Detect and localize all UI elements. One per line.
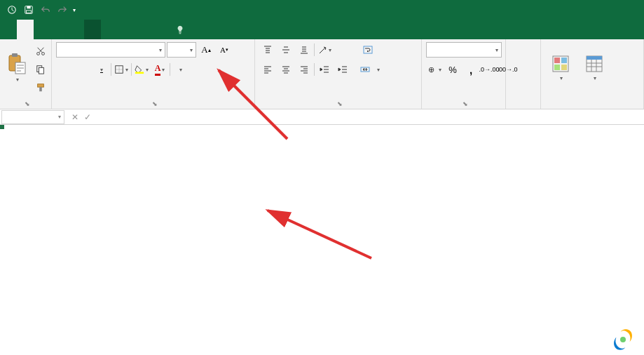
autosave-toggle[interactable] xyxy=(4,2,20,18)
font-size-combo[interactable]: ▾ xyxy=(167,42,196,58)
format-painter-button[interactable] xyxy=(32,80,49,95)
svg-rect-3 xyxy=(27,11,32,13)
group-font: ▾ ▾ A▴ A▾ ▾ ▾ ▾ A▾ ▾ ⬊ xyxy=(52,39,255,109)
decrease-font-button[interactable]: A▾ xyxy=(216,42,233,58)
font-launcher[interactable]: ⬊ xyxy=(152,100,158,107)
align-right-button[interactable] xyxy=(296,62,313,77)
quick-access-toolbar: ▾ xyxy=(0,2,76,18)
copy-button[interactable] xyxy=(32,62,49,77)
font-color-button[interactable]: A▾ xyxy=(151,62,168,77)
font-name-combo[interactable]: ▾ xyxy=(56,42,165,58)
chevron-down-icon: ▾ xyxy=(162,67,165,73)
copy-icon xyxy=(36,65,46,74)
titlebar: ▾ xyxy=(0,0,644,20)
align-center-button[interactable] xyxy=(278,62,294,77)
tab-view[interactable] xyxy=(118,20,135,39)
tab-page-layout[interactable] xyxy=(50,20,67,39)
svg-rect-22 xyxy=(561,65,567,70)
tab-review[interactable] xyxy=(101,20,118,39)
align-right-icon xyxy=(299,65,309,74)
align-center-icon xyxy=(281,65,291,74)
svg-text:⊕: ⊕ xyxy=(428,65,434,74)
clipboard-launcher[interactable]: ⬊ xyxy=(25,100,30,107)
decrease-indent-button[interactable] xyxy=(316,62,333,77)
svg-rect-14 xyxy=(135,72,144,74)
align-top-button[interactable] xyxy=(259,42,276,58)
save-button[interactable] xyxy=(21,2,36,18)
cut-button[interactable] xyxy=(32,43,49,59)
name-box[interactable]: ▾ xyxy=(1,110,64,124)
align-left-icon xyxy=(263,65,273,74)
increase-indent-button[interactable] xyxy=(334,62,351,77)
enter-formula-button[interactable]: ✓ xyxy=(84,112,91,122)
currency-icon: ⊕ xyxy=(427,65,437,74)
qat-customize-dropdown[interactable]: ▾ xyxy=(73,7,76,13)
tab-data[interactable] xyxy=(84,20,101,39)
format-table-button[interactable]: ▾ xyxy=(579,42,610,93)
undo-button[interactable] xyxy=(38,2,53,18)
lightbulb-icon xyxy=(175,25,185,34)
phonetic-button[interactable]: ▾ xyxy=(172,62,189,77)
svg-rect-10 xyxy=(39,67,43,74)
merge-center-button[interactable]: ▾ xyxy=(357,62,383,77)
align-middle-button[interactable] xyxy=(278,42,294,58)
svg-point-7 xyxy=(37,53,40,55)
underline-button[interactable]: ▾ xyxy=(93,62,109,77)
conditional-format-icon xyxy=(551,54,570,74)
formula-bar-row: ▾ ✕ ✓ xyxy=(0,109,644,125)
cut-icon xyxy=(36,46,46,56)
fill-color-icon xyxy=(135,65,144,74)
chevron-down-icon: ▾ xyxy=(16,76,19,83)
cancel-formula-button[interactable]: ✕ xyxy=(71,112,78,122)
redo-button[interactable] xyxy=(55,2,70,18)
orientation-button[interactable]: ▾ xyxy=(316,42,333,58)
fill-color-button[interactable]: ▾ xyxy=(133,62,150,77)
fill-handle[interactable] xyxy=(0,125,4,129)
group-number: ▾ ⊕▾ % , .0→.00 .00→.0 ⬊ xyxy=(422,39,506,109)
merge-icon xyxy=(360,65,370,74)
tab-insert[interactable] xyxy=(34,20,50,39)
svg-rect-11 xyxy=(38,84,44,87)
tab-baidu[interactable] xyxy=(151,20,168,39)
increase-font-button[interactable]: A▴ xyxy=(198,42,214,58)
increase-decimal-button[interactable]: .0→.00 xyxy=(481,62,498,77)
chevron-down-icon: ▾ xyxy=(146,67,149,73)
alignment-launcher[interactable]: ⬊ xyxy=(337,100,343,107)
bold-button[interactable] xyxy=(56,62,73,77)
ribbon-tabs xyxy=(0,20,644,39)
paste-button[interactable]: ▾ xyxy=(4,42,29,93)
comma-button[interactable]: , xyxy=(463,62,479,77)
svg-rect-19 xyxy=(554,58,560,63)
chevron-down-icon: ▾ xyxy=(58,114,61,120)
align-left-button[interactable] xyxy=(259,62,276,77)
italic-button[interactable] xyxy=(74,62,91,77)
tab-formulas[interactable] xyxy=(67,20,84,39)
tell-me-search[interactable] xyxy=(168,20,196,39)
svg-rect-2 xyxy=(27,6,30,9)
chevron-down-icon: ▾ xyxy=(159,47,162,53)
group-clipboard: ▾ ⬊ xyxy=(0,39,52,109)
svg-rect-15 xyxy=(364,46,372,53)
cell-styles-button[interactable] xyxy=(612,42,626,93)
chevron-down-icon: ▾ xyxy=(560,75,563,81)
svg-rect-5 xyxy=(12,53,18,57)
align-bottom-button[interactable] xyxy=(296,42,313,58)
increase-indent-icon xyxy=(338,65,348,74)
number-format-combo[interactable]: ▾ xyxy=(426,42,502,58)
table-style-icon xyxy=(584,54,604,74)
tab-file[interactable] xyxy=(0,20,17,39)
tab-help[interactable] xyxy=(135,20,151,39)
accounting-format-button[interactable]: ⊕▾ xyxy=(426,62,443,77)
svg-rect-12 xyxy=(39,87,42,91)
watermark-logo-icon xyxy=(612,328,634,351)
border-button[interactable]: ▾ xyxy=(113,62,130,77)
percent-button[interactable]: % xyxy=(444,62,461,77)
wrap-text-icon xyxy=(363,45,373,55)
wrap-text-button[interactable] xyxy=(357,42,383,58)
tab-home[interactable] xyxy=(17,20,34,39)
group-alignment: ▾ ▾ xyxy=(255,39,422,109)
conditional-format-button[interactable]: ▾ xyxy=(545,42,576,93)
formula-bar[interactable] xyxy=(104,110,644,124)
number-launcher[interactable]: ⬊ xyxy=(463,100,468,107)
chevron-down-icon: ▾ xyxy=(179,67,182,73)
